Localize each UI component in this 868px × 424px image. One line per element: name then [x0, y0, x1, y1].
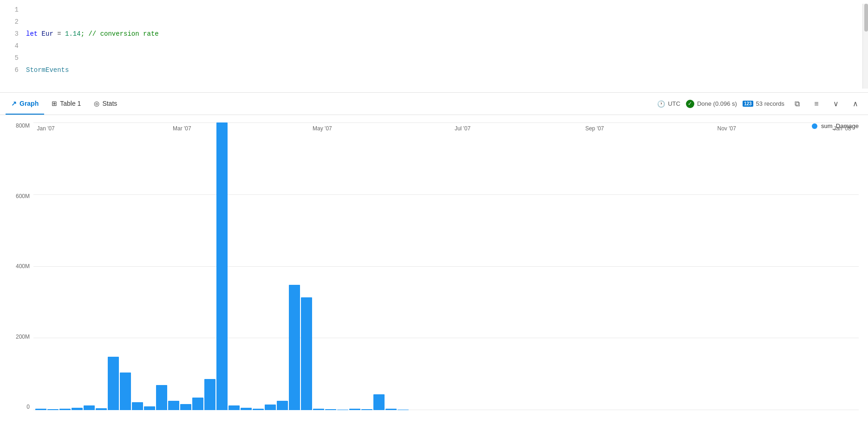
table-icon: ⊞: [52, 100, 57, 107]
done-label: Done (0.096 s): [697, 100, 737, 107]
scrollbar-thumb[interactable]: [864, 4, 868, 32]
x-label-1: Mar '07: [173, 125, 191, 132]
copy-icon: ⧉: [795, 100, 800, 108]
bar-25: [337, 410, 348, 410]
bar-0: [35, 409, 46, 410]
bar-8: [132, 402, 143, 410]
done-status: ✓ Done (0.096 s): [686, 100, 737, 108]
toolbar-right: 🕐 UTC ✓ Done (0.096 s) 123 53 records ⧉ …: [657, 97, 862, 111]
bar-30: [398, 410, 409, 410]
tab-graph-label: Graph: [20, 100, 39, 107]
records-status: 123 53 records: [743, 100, 784, 107]
chart-plot: Jan '07Mar '07May '07Jul '07Sep '07Nov '…: [33, 122, 859, 424]
columns-button[interactable]: ≡: [809, 97, 823, 111]
done-icon: ✓: [686, 100, 694, 108]
chart-wrapper: 800M 600M 400M 200M 0 Jan '07Mar '07May …: [9, 122, 859, 424]
x-label-2: May '07: [313, 125, 332, 132]
bar-29: [385, 409, 397, 410]
tab-graph[interactable]: ↗ Graph: [6, 93, 44, 115]
bar-14: [204, 379, 215, 410]
collapse-button[interactable]: ∧: [848, 97, 862, 111]
bar-9: [144, 406, 155, 410]
bar-26: [349, 409, 360, 410]
chevron-down-icon: ∨: [833, 99, 839, 108]
y-label-800: 800M: [16, 122, 30, 129]
graph-icon: ↗: [11, 100, 17, 107]
y-label-200: 200M: [16, 334, 30, 340]
bar-3: [72, 408, 83, 410]
line-numbers: 1 2 3 4 5 6: [0, 4, 22, 89]
bar-12: [180, 404, 191, 410]
bar-2: [59, 409, 71, 410]
copy-button[interactable]: ⧉: [790, 97, 804, 111]
bar-7: [120, 373, 131, 410]
code-editor[interactable]: 1 2 3 4 5 6 let Eur = 1.14; // conversio…: [0, 0, 868, 93]
chevron-up-icon: ∧: [853, 99, 858, 108]
bar-16: [228, 405, 240, 410]
y-axis: 800M 600M 400M 200M 0: [9, 122, 33, 424]
y-label-0: 0: [26, 404, 30, 410]
bar-17: [241, 408, 252, 410]
bar-11: [168, 401, 179, 410]
code-content[interactable]: let Eur = 1.14; // conversion rate Storm…: [22, 4, 862, 89]
x-label-0: Jan '07: [37, 125, 54, 132]
bar-23: [313, 409, 324, 410]
bar-28: [373, 394, 385, 410]
bar-4: [84, 405, 95, 410]
bar-20: [277, 401, 288, 410]
bar-1: [47, 409, 59, 410]
chart-area: sum_Damage 800M 600M 400M 200M 0: [0, 115, 868, 424]
bar-6: [108, 357, 119, 410]
bar-13: [192, 398, 203, 410]
bar-10: [156, 385, 167, 410]
x-label-6: Jan '08: [833, 125, 851, 132]
editor-scrollbar[interactable]: [862, 4, 868, 89]
tab-stats-label: Stats: [102, 100, 117, 107]
records-icon: 123: [743, 101, 753, 107]
tab-stats[interactable]: ◎ Stats: [88, 93, 123, 115]
utc-label: UTC: [668, 100, 680, 107]
columns-icon: ≡: [814, 100, 818, 108]
bar-15: [216, 122, 228, 410]
x-label-3: Jul '07: [455, 125, 470, 132]
x-label-5: Nov '07: [718, 125, 736, 132]
stats-icon: ◎: [94, 100, 99, 107]
x-axis: Jan '07Mar '07May '07Jul '07Sep '07Nov '…: [33, 122, 859, 136]
x-label-4: Sep '07: [585, 125, 604, 132]
y-label-600: 600M: [16, 193, 30, 199]
results-toolbar: ↗ Graph ⊞ Table 1 ◎ Stats 🕐 UTC ✓ Done (…: [0, 93, 868, 115]
expand-button[interactable]: ∨: [829, 97, 843, 111]
tab-table-label: Table 1: [60, 100, 81, 107]
bar-21: [289, 285, 300, 410]
bar-19: [265, 405, 276, 410]
y-label-400: 400M: [16, 263, 30, 270]
records-label: 53 records: [756, 100, 784, 107]
clock-icon: 🕐: [657, 100, 665, 108]
bar-24: [325, 409, 336, 410]
bar-18: [253, 409, 264, 410]
bar-27: [361, 409, 372, 410]
tab-table[interactable]: ⊞ Table 1: [46, 93, 86, 115]
utc-status[interactable]: 🕐 UTC: [657, 100, 680, 108]
bar-5: [96, 408, 107, 410]
bar-22: [301, 297, 312, 410]
bars-container: [33, 122, 859, 410]
